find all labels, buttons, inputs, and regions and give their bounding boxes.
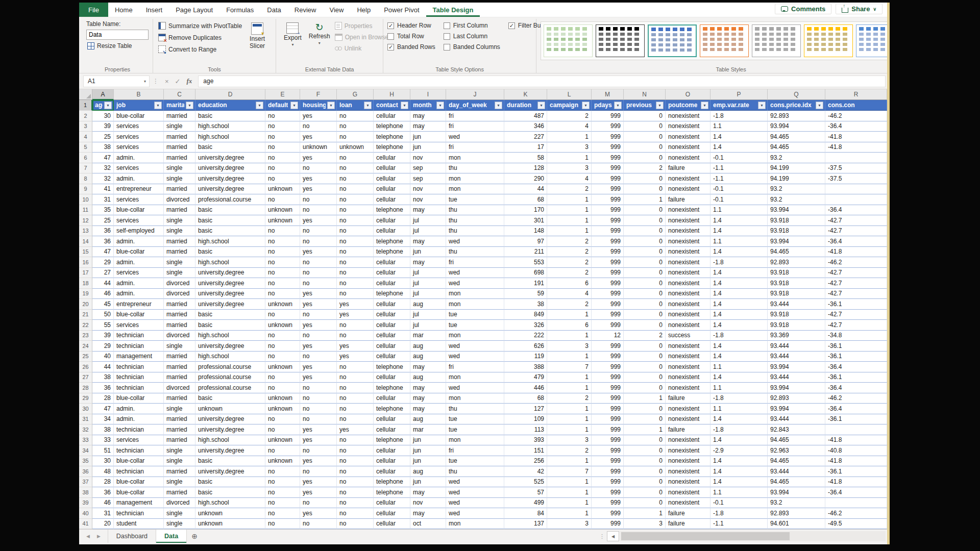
data-cell[interactable]: 1	[547, 487, 592, 498]
data-cell[interactable]: nonexistent	[666, 456, 710, 467]
data-cell[interactable]: -36.1	[825, 341, 887, 352]
formula-bar-splitter[interactable]: ⋮	[153, 78, 159, 85]
data-cell[interactable]: nonexistent	[666, 247, 710, 258]
data-cell[interactable]: single	[164, 173, 195, 184]
data-cell[interactable]: yes	[300, 424, 337, 435]
data-cell[interactable]: nonexistent	[666, 487, 710, 498]
data-cell[interactable]: thu	[446, 215, 504, 226]
data-cell[interactable]: oct	[410, 519, 446, 530]
data-cell[interactable]: unknown	[265, 435, 300, 446]
data-cell[interactable]: thu	[446, 205, 504, 216]
data-cell[interactable]: 97	[504, 236, 547, 247]
data-cell[interactable]: 93.444	[768, 299, 825, 310]
data-cell[interactable]: no	[265, 424, 300, 435]
data-cell[interactable]: jul	[410, 320, 446, 331]
data-cell[interactable]: no	[337, 466, 374, 477]
data-cell[interactable]: 4	[547, 289, 592, 299]
data-cell[interactable]: single	[164, 508, 195, 519]
data-cell[interactable]: nonexistent	[666, 215, 710, 226]
data-cell[interactable]: -46.2	[825, 393, 887, 404]
style-swatch-gray[interactable]	[752, 24, 801, 57]
data-cell[interactable]: telephone	[374, 477, 410, 488]
row-number-41[interactable]: 41	[79, 519, 92, 530]
option-total-row[interactable]: Total Row	[387, 33, 435, 40]
data-cell[interactable]: telephone	[374, 289, 410, 299]
data-cell[interactable]: unknown	[195, 508, 265, 519]
data-cell[interactable]: aug	[410, 352, 446, 362]
checkbox-last-column[interactable]	[444, 33, 450, 40]
data-cell[interactable]: 38	[92, 424, 114, 435]
data-cell[interactable]: -36.4	[825, 121, 887, 132]
data-cell[interactable]: no	[337, 372, 374, 383]
data-cell[interactable]: no	[265, 508, 300, 519]
data-cell[interactable]: nonexistent	[666, 132, 710, 142]
data-cell[interactable]: 2	[547, 247, 592, 258]
data-cell[interactable]: no	[337, 184, 374, 195]
data-cell[interactable]: entrepreneur	[114, 184, 164, 195]
data-cell[interactable]: thu	[446, 404, 504, 414]
column-letter-P[interactable]: P	[710, 89, 768, 100]
select-all-corner[interactable]	[79, 89, 92, 100]
data-cell[interactable]: 0	[624, 257, 666, 268]
data-cell[interactable]: divorced	[164, 331, 195, 341]
data-cell[interactable]: no	[300, 205, 337, 216]
data-cell[interactable]: no	[265, 372, 300, 383]
filter-button-duration[interactable]: ▼	[537, 102, 545, 109]
data-cell[interactable]: mon	[446, 393, 504, 404]
data-cell[interactable]: 33	[92, 435, 114, 446]
data-cell[interactable]: professional.course	[195, 383, 265, 393]
row-number-32[interactable]: 32	[79, 424, 92, 435]
data-cell[interactable]: -41.8	[825, 435, 887, 446]
data-cell[interactable]: 93.444	[768, 466, 825, 477]
row-number-31[interactable]: 31	[79, 414, 92, 425]
data-cell[interactable]: jul	[410, 226, 446, 237]
data-cell[interactable]: 999	[592, 341, 624, 352]
filter-button-campaign[interactable]: ▼	[582, 102, 590, 109]
data-cell[interactable]: jul	[410, 215, 446, 226]
data-cell[interactable]: 1	[547, 508, 592, 519]
data-cell[interactable]: no	[300, 383, 337, 393]
data-cell[interactable]: 999	[592, 205, 624, 216]
data-cell[interactable]: sep	[410, 163, 446, 174]
data-cell[interactable]: jun	[410, 435, 446, 446]
row-number-33[interactable]: 33	[79, 435, 92, 446]
data-cell[interactable]: -36.4	[825, 362, 887, 372]
data-cell[interactable]: 93.2	[768, 184, 825, 195]
data-cell[interactable]: cellular	[374, 372, 410, 383]
data-cell[interactable]: 0	[624, 289, 666, 299]
data-cell[interactable]: high.school	[195, 257, 265, 268]
data-cell[interactable]: unknown	[337, 142, 374, 153]
data-cell[interactable]: university.degree	[195, 445, 265, 456]
data-cell[interactable]: 999	[592, 194, 624, 205]
data-cell[interactable]: 94.465	[768, 247, 825, 258]
option-last-column[interactable]: Last Column	[444, 33, 500, 40]
data-cell[interactable]: single	[164, 257, 195, 268]
data-cell[interactable]: 849	[504, 310, 547, 320]
data-cell[interactable]: basic	[195, 320, 265, 331]
data-cell[interactable]: admin.	[114, 289, 164, 299]
data-cell[interactable]: nonexistent	[666, 435, 710, 446]
data-cell[interactable]: admin.	[114, 414, 164, 425]
header-cell-default[interactable]: default▼	[265, 100, 300, 111]
data-cell[interactable]: married	[164, 362, 195, 372]
ribbon-tab-view[interactable]: View	[323, 3, 350, 17]
data-cell[interactable]: university.degree	[195, 424, 265, 435]
data-cell[interactable]: unknown	[265, 456, 300, 467]
data-cell[interactable]: 127	[504, 404, 547, 414]
data-cell[interactable]: technician	[114, 445, 164, 456]
data-cell[interactable]: 1.1	[710, 362, 768, 372]
filter-button-education[interactable]: ▼	[256, 102, 263, 109]
data-cell[interactable]: 393	[504, 435, 547, 446]
data-cell[interactable]: -36.4	[825, 404, 887, 414]
data-cell[interactable]: 28	[92, 393, 114, 404]
header-cell-emp.var.rate[interactable]: emp.var.rate▼	[710, 100, 768, 111]
data-cell[interactable]: 36	[92, 487, 114, 498]
data-cell[interactable]: no	[337, 487, 374, 498]
data-cell[interactable]: 2	[547, 257, 592, 268]
data-cell[interactable]: 93.918	[768, 215, 825, 226]
data-cell[interactable]: 999	[592, 456, 624, 467]
data-cell[interactable]: 2	[547, 299, 592, 310]
data-cell[interactable]: nonexistent	[666, 299, 710, 310]
ribbon-tab-insert[interactable]: Insert	[139, 3, 169, 17]
data-cell[interactable]: 1	[547, 205, 592, 216]
